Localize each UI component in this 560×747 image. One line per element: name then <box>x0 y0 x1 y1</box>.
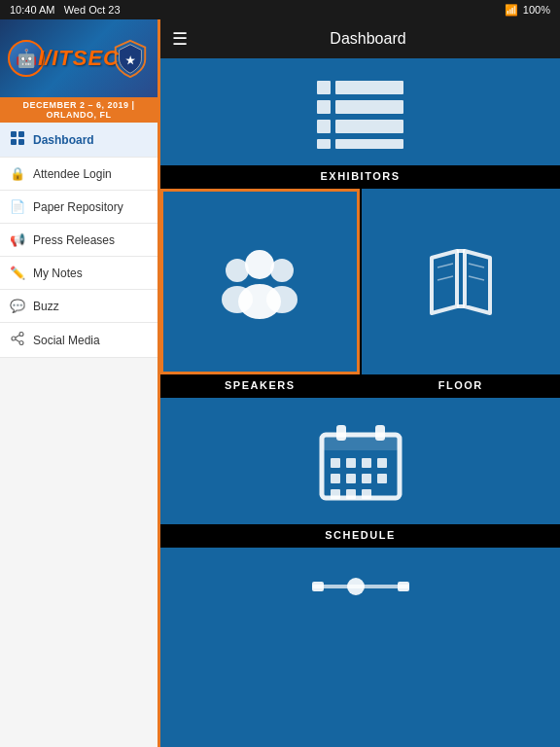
speakers-group-icon <box>216 243 303 321</box>
svg-point-5 <box>19 333 23 337</box>
top-bar: ☰ Dashboard <box>160 19 560 58</box>
hamburger-icon[interactable]: ☰ <box>172 28 188 50</box>
svg-rect-41 <box>377 474 387 483</box>
svg-rect-46 <box>312 582 324 591</box>
sidebar-item-label: My Notes <box>33 267 83 280</box>
svg-rect-40 <box>362 474 371 483</box>
logo: I/ITSEC <box>38 46 120 71</box>
sidebar-item-press-releases[interactable]: 📢 Press Releases <box>0 224 158 257</box>
tile-partial[interactable] <box>160 548 560 625</box>
svg-rect-42 <box>331 489 340 499</box>
svg-rect-37 <box>377 458 387 468</box>
sidebar-item-buzz[interactable]: 💬 Buzz <box>0 290 158 323</box>
svg-point-23 <box>238 284 281 319</box>
sidebar-item-label: Dashboard <box>33 133 94 147</box>
svg-line-29 <box>469 276 484 280</box>
svg-rect-34 <box>331 458 340 468</box>
svg-line-27 <box>438 276 453 280</box>
svg-rect-2 <box>18 131 24 137</box>
svg-line-8 <box>16 336 19 338</box>
svg-point-48 <box>347 578 365 595</box>
svg-rect-38 <box>331 474 340 483</box>
svg-rect-44 <box>362 489 371 499</box>
svg-rect-1 <box>11 131 17 137</box>
svg-line-9 <box>16 339 19 342</box>
svg-rect-15 <box>335 120 403 133</box>
svg-rect-31 <box>322 435 400 450</box>
battery-indicator: 100% <box>523 4 550 16</box>
svg-rect-12 <box>317 100 331 114</box>
svg-rect-10 <box>317 81 331 94</box>
sidebar-navigation: Dashboard 🔒 Attendee Login 📄 Paper Repos… <box>0 123 158 747</box>
document-icon: 📄 <box>10 199 25 214</box>
sidebar-item-dashboard[interactable]: Dashboard <box>0 123 158 158</box>
pencil-icon: ✏️ <box>10 266 25 280</box>
svg-rect-39 <box>346 474 356 483</box>
status-time: 10:40 AM Wed Oct 23 <box>10 4 121 16</box>
list-icon <box>312 73 409 151</box>
tile-exhibitors[interactable]: EXHIBITORS <box>160 58 560 189</box>
svg-rect-47 <box>398 582 409 591</box>
svg-rect-11 <box>335 81 403 94</box>
sidebar-item-label: Press Releases <box>33 233 115 247</box>
tile-row-speakers-floor: SPEAKERS <box>160 189 560 398</box>
slider-icon <box>312 572 409 601</box>
page-title: Dashboard <box>330 30 405 48</box>
chat-icon: 💬 <box>10 299 25 313</box>
share-icon <box>10 332 25 348</box>
svg-rect-35 <box>346 458 356 468</box>
sidebar-date-bar: DECEMBER 2 – 6, 2019 | ORLANDO, FL <box>0 97 158 123</box>
wifi-icon: 📶 <box>505 4 518 17</box>
main-content: ☰ Dashboard <box>160 19 560 747</box>
svg-rect-4 <box>18 139 24 145</box>
svg-rect-13 <box>335 100 403 114</box>
svg-rect-16 <box>317 139 331 149</box>
tile-label-exhibitors: EXHIBITORS <box>160 165 560 187</box>
sidebar-item-label: Paper Repository <box>33 200 123 214</box>
sidebar-item-social-media[interactable]: Social Media <box>0 323 158 358</box>
svg-point-7 <box>19 341 23 345</box>
tile-label-floorplan: FLOOR <box>362 374 561 396</box>
svg-rect-32 <box>336 425 346 441</box>
svg-rect-17 <box>335 139 403 149</box>
svg-line-28 <box>469 264 484 267</box>
svg-rect-43 <box>346 489 356 499</box>
sidebar-item-paper-repository[interactable]: 📄 Paper Repository <box>0 191 158 224</box>
tile-schedule[interactable]: SCHEDULE <box>160 398 560 548</box>
shield-icon: ★ <box>113 39 148 78</box>
svg-rect-36 <box>362 458 371 468</box>
sidebar-item-my-notes[interactable]: ✏️ My Notes <box>0 257 158 290</box>
svg-rect-14 <box>317 120 331 133</box>
svg-point-6 <box>12 337 16 340</box>
svg-rect-3 <box>11 139 17 145</box>
sidebar-header: 🤖 I/ITSEC ★ <box>0 19 158 97</box>
sidebar-item-label: Social Media <box>33 334 100 347</box>
lock-icon: 🔒 <box>10 166 25 181</box>
svg-rect-33 <box>375 425 385 441</box>
status-bar: 10:40 AM Wed Oct 23 📶 100% <box>0 0 560 19</box>
sidebar: 🤖 I/ITSEC ★ DECEMBER 2 – 6, 2019 | ORLAN… <box>0 19 160 747</box>
calendar-icon <box>317 417 404 505</box>
megaphone-icon: 📢 <box>10 232 25 247</box>
sidebar-item-attendee-login[interactable]: 🔒 Attendee Login <box>0 158 158 191</box>
sidebar-item-label: Buzz <box>33 300 59 313</box>
tile-floorplan[interactable]: FLOOR <box>362 189 561 396</box>
dashboard-grid: EXHIBITORS <box>160 58 560 747</box>
tile-label-speakers: SPEAKERS <box>160 374 360 396</box>
sidebar-item-label: Attendee Login <box>33 167 112 181</box>
svg-point-22 <box>245 250 274 279</box>
tile-label-schedule: SCHEDULE <box>160 524 560 546</box>
floorplan-icon <box>422 243 500 321</box>
svg-line-26 <box>438 264 453 267</box>
svg-text:★: ★ <box>125 54 136 66</box>
tile-speakers[interactable]: SPEAKERS <box>160 189 362 396</box>
grid-icon <box>10 131 25 148</box>
